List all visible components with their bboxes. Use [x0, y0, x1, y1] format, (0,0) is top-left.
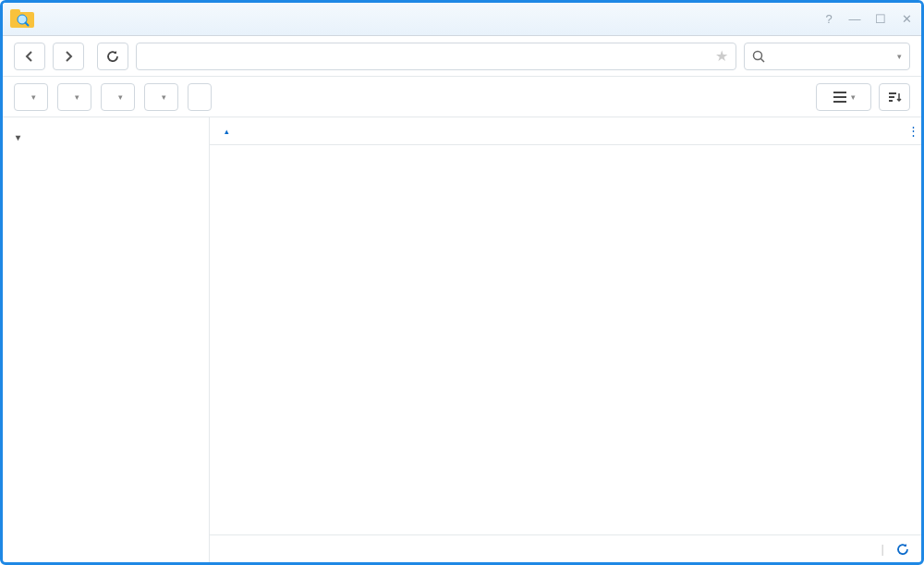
chevron-down-icon: ▾ [897, 52, 902, 61]
list-icon [833, 91, 847, 104]
chevron-down-icon: ▾ [16, 132, 29, 142]
help-icon[interactable]: ? [821, 12, 836, 26]
body: ▾ ▴ ⋮ | [3, 117, 921, 562]
window: ? — ☐ ✕ ★ ▾ ▾ ▾ ▾ ▾ [0, 0, 924, 565]
caret-icon: ▾ [118, 92, 123, 102]
new-button[interactable]: ▾ [57, 83, 91, 111]
column-name[interactable]: ▴ [210, 127, 653, 136]
svg-rect-1 [10, 9, 20, 15]
action-button[interactable]: ▾ [101, 83, 135, 111]
footer-divider: | [881, 542, 884, 556]
caret-icon: ▾ [75, 92, 79, 102]
list-body [210, 145, 921, 534]
tools-button[interactable]: ▾ [144, 83, 178, 111]
search-icon [752, 50, 765, 63]
search-input[interactable]: ▾ [744, 43, 910, 70]
footer: | [210, 534, 921, 562]
caret-icon: ▾ [31, 92, 36, 102]
path-input[interactable]: ★ [136, 43, 736, 70]
view-controls: ▾ [816, 83, 910, 111]
window-controls: ? — ☐ ✕ [821, 12, 914, 26]
caret-icon: ▾ [162, 92, 166, 102]
app-icon [10, 9, 34, 30]
action-row: ▾ ▾ ▾ ▾ ▾ [3, 77, 921, 117]
sort-icon [887, 91, 902, 104]
column-menu-icon[interactable]: ⋮ [905, 124, 921, 138]
close-icon[interactable]: ✕ [899, 12, 914, 26]
sort-asc-icon: ▴ [225, 127, 229, 136]
sidebar: ▾ [3, 117, 210, 562]
main: ▴ ⋮ | [210, 117, 921, 562]
minimize-icon[interactable]: — [847, 12, 862, 26]
list-header: ▴ ⋮ [210, 117, 921, 145]
titlebar: ? — ☐ ✕ [3, 3, 921, 36]
back-button[interactable] [14, 43, 45, 70]
caret-icon: ▾ [851, 92, 856, 102]
svg-point-4 [754, 51, 762, 59]
nav-row: ★ ▾ [3, 36, 921, 77]
refresh-button[interactable] [97, 43, 128, 70]
maximize-icon[interactable]: ☐ [873, 12, 888, 26]
upload-button[interactable]: ▾ [14, 83, 48, 111]
star-icon[interactable]: ★ [715, 47, 728, 65]
settings-button[interactable] [188, 83, 212, 111]
sort-button[interactable] [879, 83, 910, 111]
view-mode-button[interactable]: ▾ [816, 83, 871, 111]
footer-refresh-icon[interactable] [895, 542, 910, 557]
tree-root[interactable]: ▾ [3, 123, 209, 151]
forward-button[interactable] [53, 43, 84, 70]
svg-line-5 [761, 58, 765, 62]
